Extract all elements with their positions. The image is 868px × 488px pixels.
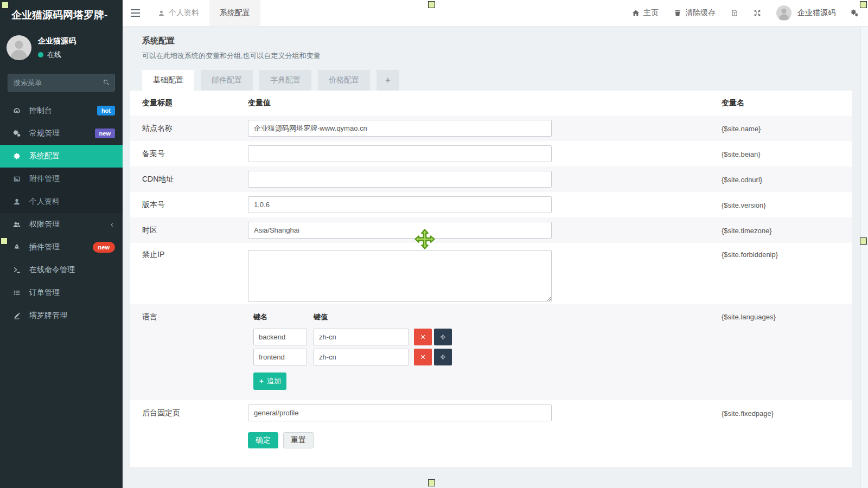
drag-entry-button[interactable]	[434, 329, 452, 345]
table-row: 备案号 {$site.beian}	[130, 141, 852, 166]
expand-icon	[754, 9, 761, 17]
variable-name: {$site.timezone}	[722, 227, 772, 235]
key-name-header: 键名	[253, 312, 314, 322]
tab-price-config[interactable]: 价格配置	[318, 70, 370, 91]
sidebar-item-label: 附件管理	[29, 174, 60, 184]
sidebar-item-label: 系统配置	[29, 151, 60, 161]
sidebar-item-general[interactable]: 常规管理 new	[0, 122, 123, 145]
user-status: 在线	[47, 50, 61, 60]
variable-name: {$site.beian}	[722, 150, 761, 158]
sidebar-item-permissions[interactable]: 权限管理	[0, 213, 123, 236]
fullscreen-button[interactable]	[754, 9, 761, 17]
language-switcher[interactable]	[731, 9, 738, 17]
sidebar-item-label: 控制台	[29, 106, 52, 115]
tab-profile[interactable]: 个人资料	[148, 0, 209, 26]
reset-button[interactable]: 重置	[283, 432, 314, 448]
table-row: 时区 {$site.timezone}	[130, 217, 852, 243]
user-icon	[158, 10, 165, 17]
gear-icon	[13, 152, 24, 160]
selection-handle-middle-right[interactable]	[860, 237, 867, 245]
user-icon	[13, 198, 24, 206]
cogs-icon	[13, 130, 24, 137]
add-group-tab[interactable]	[376, 70, 399, 91]
avatar	[776, 5, 792, 21]
table-row: 后台固定页 {$site.fixedpage}	[130, 400, 852, 426]
tab-system-config[interactable]: 系统配置	[209, 0, 260, 26]
sidebar-item-orders[interactable]: 订单管理	[0, 281, 123, 304]
sidebar-item-online-commands[interactable]: 在线命令管理	[0, 259, 123, 281]
gears-icon	[851, 9, 858, 17]
sidebar-item-dashboard[interactable]: 控制台 hot	[0, 99, 123, 122]
version-input[interactable]	[248, 196, 552, 213]
rocket-icon	[13, 243, 24, 251]
col-header-name: 变量名	[722, 98, 852, 108]
selection-handle-top-left[interactable]	[2, 2, 9, 9]
append-entry-button[interactable]: 追加	[253, 373, 286, 390]
topbar-username: 企业猫源码	[797, 8, 835, 18]
field-label: 版本号	[130, 200, 248, 210]
cdn-url-input[interactable]	[248, 171, 552, 188]
language-icon	[731, 9, 738, 17]
field-label: 站点名称	[130, 124, 248, 133]
plus-icon	[259, 378, 264, 384]
delete-entry-button[interactable]	[414, 329, 432, 345]
col-header-title: 变量标题	[130, 98, 248, 108]
tab-label: 个人资料	[169, 8, 199, 18]
tab-email-config[interactable]: 邮件配置	[201, 70, 253, 91]
field-label: 时区	[130, 226, 248, 235]
fixed-page-input[interactable]	[248, 404, 552, 421]
sidebar-item-plugins[interactable]: 插件管理 new	[0, 236, 123, 259]
language-entry-row	[253, 349, 722, 365]
clear-cache-button[interactable]: 清除缓存	[674, 8, 716, 18]
move-cursor-icon[interactable]	[414, 228, 436, 250]
sidebar-item-label: 在线命令管理	[29, 265, 75, 275]
selection-handle-top-center[interactable]	[428, 1, 435, 8]
drag-entry-button[interactable]	[434, 349, 452, 365]
menu-search-input[interactable]	[8, 74, 115, 92]
lang-value-input[interactable]	[314, 329, 409, 345]
timezone-input[interactable]	[248, 222, 552, 239]
hot-badge: hot	[97, 106, 115, 115]
variable-name: {$site.name}	[722, 125, 761, 133]
sidebar-item-profile[interactable]: 个人资料	[0, 190, 123, 213]
sidebar-item-tarot[interactable]: 塔罗牌管理	[0, 304, 123, 327]
field-label: 后台固定页	[130, 408, 248, 418]
home-icon	[632, 9, 640, 17]
lang-key-input[interactable]	[253, 349, 307, 365]
selection-handle-bottom-center[interactable]	[428, 479, 435, 486]
tab-basic-config[interactable]: 基础配置	[142, 70, 194, 91]
submit-button[interactable]: 确定	[248, 432, 278, 448]
site-name-input[interactable]	[248, 120, 552, 137]
chevron-left-icon	[109, 222, 115, 228]
delete-entry-button[interactable]	[414, 349, 432, 365]
scrollbar-track[interactable]	[860, 27, 868, 488]
image-icon	[13, 175, 24, 183]
clear-cache-label: 清除缓存	[685, 8, 716, 18]
settings-menu[interactable]	[851, 9, 858, 17]
user-menu[interactable]: 企业猫源码	[776, 5, 835, 21]
topbar: 个人资料 系统配置 主页 清除缓存 企业猫源码	[123, 0, 868, 27]
home-link[interactable]: 主页	[632, 8, 659, 18]
sidebar: 企业猫源码网塔罗牌- 企业猫源码 在线 控制台 hot 常规管理 new 系统配…	[0, 0, 123, 488]
avatar	[7, 35, 31, 60]
field-label: CDN地址	[130, 175, 248, 184]
tab-label: 系统配置	[220, 8, 250, 18]
table-row: 禁止IP {$site.forbiddenip}	[130, 243, 852, 304]
lang-key-input[interactable]	[253, 329, 307, 345]
selection-handle-middle-left[interactable]	[1, 237, 8, 245]
sidebar-toggle-button[interactable]	[123, 0, 148, 26]
sidebar-item-system-config[interactable]: 系统配置	[0, 145, 123, 168]
variable-name: {$site.forbiddenip}	[722, 251, 778, 259]
lang-value-input[interactable]	[314, 349, 409, 365]
plus-icon	[385, 77, 391, 84]
trash-icon	[674, 9, 681, 17]
forbidden-ip-textarea[interactable]	[248, 250, 552, 302]
config-panel: 变量标题 变量值 变量名 站点名称 {$site.name} 备案号 {$sit…	[130, 91, 852, 467]
selection-handle-top-right[interactable]	[860, 1, 867, 8]
sidebar-item-label: 权限管理	[29, 220, 60, 229]
field-label: 备案号	[130, 149, 248, 159]
sidebar-item-attachments[interactable]: 附件管理	[0, 168, 123, 190]
tab-dictionary-config[interactable]: 字典配置	[259, 70, 311, 91]
beian-input[interactable]	[248, 145, 552, 162]
user-name: 企业猫源码	[38, 36, 76, 46]
